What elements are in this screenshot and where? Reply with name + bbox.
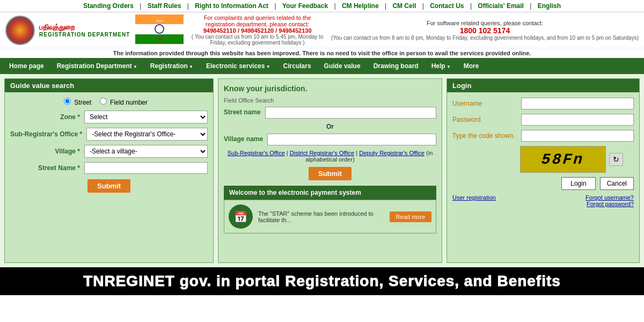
nav-reg-dept[interactable]: Registration Department xyxy=(50,58,144,74)
standing-orders-link[interactable]: Standing Orders xyxy=(83,2,134,10)
logo-eng-text: REGISTRATION DEPARTMENT xyxy=(39,32,130,38)
nav-electronic-services[interactable]: Electronic services xyxy=(200,58,277,74)
contact-hours-right: (You can contact us from 8 am to 8 pm, M… xyxy=(331,35,639,41)
guide-value-panel: Guide value search Street Field number Z… xyxy=(4,78,214,263)
logo-tamil-text: பதிவுத்துறை xyxy=(39,23,130,32)
payment-content: 📅 The "STAR" scheme has been introduced … xyxy=(224,200,436,233)
contact-left: For complaints and queries related to th… xyxy=(189,14,331,46)
contact-right: For software related queries, please con… xyxy=(331,20,639,41)
username-row: Username xyxy=(452,98,634,109)
svg-text:75: 75 xyxy=(158,38,162,41)
village-row: Village * -Select a village- xyxy=(10,145,208,158)
nav-home-page[interactable]: Home page xyxy=(3,58,50,74)
forgot-username-link[interactable]: Forgot username? xyxy=(586,194,634,201)
state-emblem-icon xyxy=(5,16,35,45)
cancel-button[interactable]: Cancel xyxy=(600,177,634,190)
english-link[interactable]: English xyxy=(538,2,561,10)
captcha-image: 58Fn xyxy=(520,146,606,173)
captcha-label-row: Type the code shown. xyxy=(452,130,634,142)
username-input[interactable] xyxy=(521,98,634,109)
bottom-banner: TNREGINET gov. in portal Registration, S… xyxy=(0,267,644,295)
field-office-label: Field Office Search xyxy=(224,97,436,104)
or-divider: Or xyxy=(224,123,436,130)
field-number-radio[interactable] xyxy=(100,98,107,105)
street-radio-label[interactable]: Street xyxy=(74,99,91,106)
login-title: Login xyxy=(447,79,639,92)
sub-registrar-row: Sub-Registrar's Office * -Select the Reg… xyxy=(10,128,208,141)
svg-text:INDIA: INDIA xyxy=(156,19,164,23)
sub-registrar-select[interactable]: -Select the Registrar's Office- xyxy=(86,128,208,141)
zone-select[interactable]: Select xyxy=(84,111,208,123)
officials-email-link[interactable]: Officials' Email xyxy=(478,2,524,10)
jurisdiction-submit-button[interactable]: Submit xyxy=(309,167,352,180)
street-radio[interactable] xyxy=(64,98,71,105)
emblem-area: 75 INDIA xyxy=(130,14,189,46)
field-number-radio-label[interactable]: Field number xyxy=(110,99,148,106)
rti-link[interactable]: Right to Information Act xyxy=(195,2,268,10)
user-registration-link[interactable]: User registration xyxy=(452,194,496,207)
nav-help[interactable]: Help xyxy=(425,58,457,74)
username-label: Username xyxy=(452,100,517,107)
contact-left-line1: For complaints and queries related to th… xyxy=(189,14,326,27)
captcha-label: Type the code shown. xyxy=(452,132,517,140)
district-registrar-link[interactable]: District Registrar's Office xyxy=(290,150,354,156)
payment-section: Welcome to the electronic payment system… xyxy=(224,186,436,233)
nav-more[interactable]: More xyxy=(457,58,486,74)
cm-helpline-link[interactable]: CM Helpline xyxy=(342,2,379,10)
payment-title: Welcome to the electronic payment system xyxy=(224,186,436,200)
contact-us-link[interactable]: Contact Us xyxy=(430,2,464,10)
contact-right-line1: For software related queries, please con… xyxy=(331,20,639,26)
nav-registration[interactable]: Registration xyxy=(144,58,200,74)
nav-circulars[interactable]: Circulars xyxy=(277,58,318,74)
jurisdiction-title: Know your jurisdiction. xyxy=(224,84,436,93)
login-button-row: Login Cancel xyxy=(452,177,634,190)
cm-cell-link[interactable]: CM Cell xyxy=(392,2,416,10)
toll-free-number: 1800 102 5174 xyxy=(331,26,639,35)
payment-icon: 📅 xyxy=(229,204,253,229)
svg-rect-1 xyxy=(135,24,184,34)
info-bar: The information provided through this we… xyxy=(0,48,644,58)
contact-phones: 9498452110 / 9498452120 / 9498452130 xyxy=(189,27,326,34)
logo-area: பதிவுத்துறை REGISTRATION DEPARTMENT xyxy=(5,16,130,45)
contact-hours-left: ( You can contact us from 10 am to 5.45 … xyxy=(189,34,326,46)
village-name-search-input[interactable] xyxy=(267,134,436,145)
password-label: Password xyxy=(452,116,517,123)
main-content: Guide value search Street Field number Z… xyxy=(0,74,644,267)
guide-submit-button[interactable]: Submit xyxy=(87,179,130,193)
site-header: பதிவுத்துறை REGISTRATION DEPARTMENT 75 I… xyxy=(0,12,644,48)
login-links: User registration Forgot username? Forgo… xyxy=(452,194,634,207)
nav-guide-value[interactable]: Guide value xyxy=(318,58,367,74)
village-select[interactable]: -Select a village- xyxy=(84,145,208,158)
street-name-search-label: Street name xyxy=(224,108,261,116)
street-name-search-row: Street name xyxy=(224,107,436,119)
read-more-button[interactable]: Read more xyxy=(390,211,431,222)
jurisdiction-links: Sub-Registrar's Office | District Regist… xyxy=(224,150,436,163)
village-name-search-row: Village name xyxy=(224,134,436,145)
street-name-search-input[interactable] xyxy=(265,107,436,119)
login-button[interactable]: Login xyxy=(561,177,595,190)
banner-text: TNREGINET gov. in portal Registration, S… xyxy=(83,273,561,289)
staff-rules-link[interactable]: Staff Rules xyxy=(148,2,181,10)
payment-text: The "STAR" scheme has been introduced to… xyxy=(258,210,384,223)
captcha-image-row: 58Fn ↻ xyxy=(452,146,634,173)
top-navigation: Standing Orders | Staff Rules | Right to… xyxy=(0,0,644,12)
feedback-link[interactable]: Your Feedback xyxy=(282,2,328,10)
password-input[interactable] xyxy=(521,114,634,126)
sub-registrar-office-link[interactable]: Sub-Registrar's Office xyxy=(228,150,285,156)
nav-drawing-board[interactable]: Drawing board xyxy=(367,58,425,74)
captcha-input[interactable] xyxy=(521,130,634,142)
captcha-text: 58Fn xyxy=(541,151,585,168)
village-label: Village * xyxy=(10,148,80,155)
zone-row: Zone * Select xyxy=(10,111,208,123)
street-name-input[interactable] xyxy=(84,162,208,174)
captcha-refresh-button[interactable]: ↻ xyxy=(609,153,623,166)
zone-label: Zone * xyxy=(10,113,80,121)
password-row: Password xyxy=(452,114,634,126)
middle-panel: Know your jurisdiction. Field Office Sea… xyxy=(218,78,442,263)
street-name-row: Street Name * xyxy=(10,162,208,174)
forgot-password-link[interactable]: Forgot password? xyxy=(586,201,634,207)
main-navigation: Home page Registration Department Regist… xyxy=(0,58,644,74)
street-name-label: Street Name * xyxy=(10,164,80,172)
info-text: The information provided through this we… xyxy=(113,50,531,56)
deputy-registrar-link[interactable]: Deputy Registrar's Office xyxy=(359,150,425,156)
